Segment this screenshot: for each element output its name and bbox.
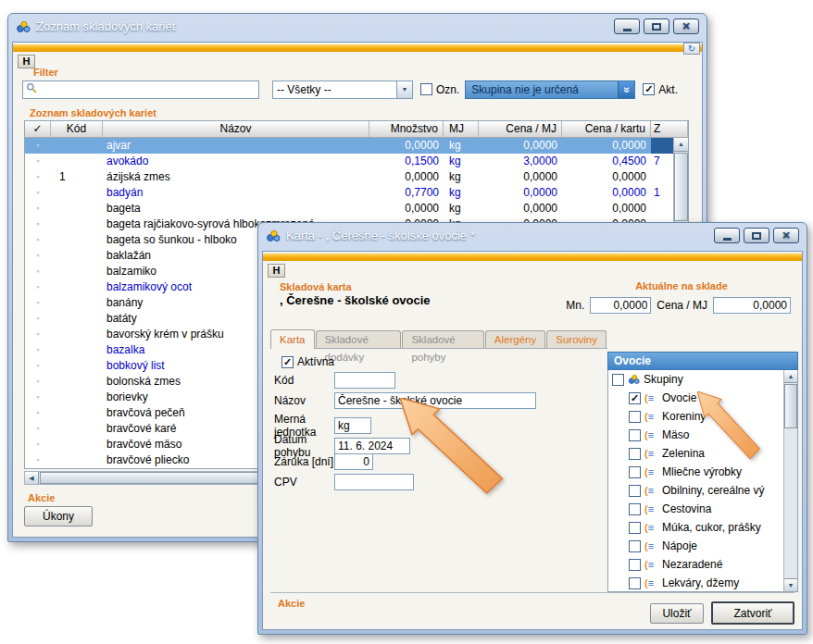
table-row[interactable]: ◦ajvar0,0000kg0,00000,0000 — [25, 138, 673, 154]
column-header-z[interactable]: Z — [651, 121, 688, 137]
cell-cena_kartu: 0,0000 — [562, 138, 651, 154]
ozn-checkbox[interactable] — [420, 83, 432, 95]
column-header-cena-mj[interactable]: Cena / MJ — [479, 121, 562, 137]
ozn-checkbox-group[interactable]: Ozn. — [420, 83, 459, 96]
cell-nazov: ázijská zmes — [103, 169, 369, 185]
group-checkbox[interactable] — [629, 503, 641, 515]
table-row[interactable]: ◦1ázijská zmes0,0000kg0,00000,0000 — [25, 169, 673, 185]
scroll-left-icon[interactable]: ◀ — [25, 472, 39, 484]
group-checkbox[interactable] — [629, 466, 641, 478]
close-card-button[interactable]: Zatvoriť — [711, 601, 794, 625]
column-header-check[interactable]: ✓ — [25, 121, 51, 137]
cell-kod — [51, 217, 103, 232]
table-row[interactable]: ◦bageta0,0000kg0,00000,0000 — [25, 201, 673, 217]
filter-label: Filter — [33, 67, 58, 78]
refresh-icon: ↻ — [688, 43, 695, 54]
group-item[interactable]: (≡Cestovina — [608, 500, 783, 518]
group-checkbox[interactable]: ✓ — [629, 392, 641, 404]
scroll-down-icon[interactable]: ▼ — [784, 578, 797, 591]
zaruka-field[interactable] — [334, 453, 373, 470]
group-filter-expand-button[interactable]: » — [618, 81, 634, 98]
vertical-scrollbar-thumb[interactable] — [674, 153, 688, 221]
maximize-button[interactable] — [644, 19, 669, 34]
scroll-up-icon[interactable]: ▲ — [674, 138, 688, 152]
cell-mj: kg — [444, 185, 479, 201]
column-header-cena-kartu[interactable]: Cena / kartu — [562, 121, 651, 137]
group-filter[interactable]: Skupina nie je určená » — [465, 80, 635, 99]
datum-pohybu-field[interactable] — [334, 438, 410, 454]
close-button[interactable]: ✕ — [673, 19, 699, 34]
group-label: Ovocie — [662, 391, 696, 404]
aktivna-checkbox-group[interactable]: ✓ Aktívna — [281, 355, 334, 368]
group-checkbox[interactable] — [629, 429, 641, 441]
window-title: Zoznam skladových kariet — [36, 19, 175, 33]
column-header-kod[interactable]: Kód — [51, 121, 103, 137]
group-checkbox[interactable] — [629, 540, 641, 552]
tree-scrollbar-thumb[interactable] — [784, 384, 797, 428]
group-item[interactable]: (≡Nápoje — [608, 537, 783, 555]
cena-mj-value-field[interactable] — [713, 297, 791, 314]
list-icon: (≡ — [644, 429, 658, 440]
column-header-mj[interactable]: MJ — [444, 121, 479, 137]
groups-root-row[interactable]: Skupiny — [608, 370, 783, 389]
group-checkbox[interactable] — [629, 559, 641, 571]
table-row[interactable]: ◦badyán0,7700kg0,00000,00001 — [25, 185, 673, 201]
maximize-button[interactable] — [744, 228, 769, 243]
tab-skladové-pohyby[interactable]: Skladové pohyby — [402, 330, 483, 348]
cell-marker: ◦ — [25, 138, 51, 154]
titlebar[interactable]: Zoznam skladových kariet ✕ — [8, 14, 707, 39]
dropdown-arrow-icon[interactable]: ▼ — [396, 81, 412, 98]
cell-nazov: badyán — [103, 185, 369, 201]
save-button[interactable]: Uložiť — [650, 603, 704, 624]
column-header-mnozstvo[interactable]: Množstvo — [369, 121, 444, 137]
cell-kod — [51, 248, 103, 264]
group-item[interactable]: (≡Obilniny, cereálne vý — [608, 481, 783, 500]
tab-skladové-dodávky[interactable]: Skladové dodávky — [316, 330, 402, 348]
scroll-up-icon[interactable]: ▲ — [784, 370, 797, 383]
column-header-nazov[interactable]: Názov — [103, 121, 369, 137]
merna-jednotka-field[interactable] — [334, 417, 371, 434]
group-label: Obilniny, cereálne vý — [662, 484, 765, 497]
group-checkbox[interactable] — [629, 577, 641, 589]
annotation-arrow-nazov — [400, 398, 509, 500]
field-row-zaruka: Záruka [dní] — [274, 453, 373, 470]
minimize-button[interactable] — [714, 228, 740, 243]
cell-kod — [51, 279, 103, 295]
refresh-button[interactable]: ↻ — [683, 43, 700, 55]
cell-kod — [51, 374, 103, 390]
close-button[interactable]: ✕ — [773, 228, 799, 243]
akt-checkbox[interactable]: ✓ — [643, 83, 655, 95]
group-item[interactable]: (≡Mliečne výrobky — [608, 463, 783, 481]
group-checkbox[interactable] — [629, 448, 641, 460]
group-checkbox[interactable] — [629, 411, 641, 423]
search-input[interactable] — [40, 82, 258, 97]
skupiny-checkbox[interactable] — [612, 374, 624, 386]
kod-field[interactable] — [334, 372, 395, 389]
h-button[interactable]: H — [268, 264, 285, 278]
tab-alergény[interactable]: Alergény — [485, 330, 545, 348]
group-item[interactable]: (≡Lekváry, džemy — [608, 574, 783, 592]
table-row[interactable]: ◦avokádo0,1500kg3,00000,45007 — [25, 154, 673, 169]
ukony-button[interactable]: Úkony — [24, 506, 93, 526]
tab-karta[interactable]: Karta — [270, 329, 315, 349]
cell-kod — [51, 342, 103, 358]
akt-checkbox-group[interactable]: ✓ Akt. — [643, 83, 678, 96]
minimize-button[interactable] — [614, 19, 640, 34]
tab-suroviny[interactable]: Suroviny — [546, 330, 607, 348]
group-item[interactable]: (≡Nezaradené — [608, 555, 783, 574]
cell-mnozstvo: 0,0000 — [369, 169, 444, 185]
cell-marker: ◦ — [25, 264, 51, 279]
tree-scrollbar[interactable]: ▲ ▼ — [783, 370, 797, 591]
group-checkbox[interactable] — [629, 522, 641, 534]
table-header-row[interactable]: ✓ Kód Názov Množstvo MJ Cena / MJ Cena /… — [25, 121, 688, 138]
group-checkbox[interactable] — [629, 485, 641, 497]
aktivna-checkbox[interactable]: ✓ — [281, 356, 294, 368]
titlebar[interactable]: Karta - , Čerešne - školské ovocie * ✕ — [258, 223, 807, 248]
group-item[interactable]: (≡Múka, cukor, prášky — [608, 518, 783, 537]
accent-bar — [13, 44, 702, 52]
mn-value-field[interactable] — [590, 297, 651, 314]
search-box[interactable] — [22, 80, 259, 99]
group-label: Lekváry, džemy — [662, 576, 739, 589]
cell-z: 1 — [651, 185, 673, 201]
filter-type-select[interactable]: -- Všetky -- ▼ — [272, 80, 413, 99]
